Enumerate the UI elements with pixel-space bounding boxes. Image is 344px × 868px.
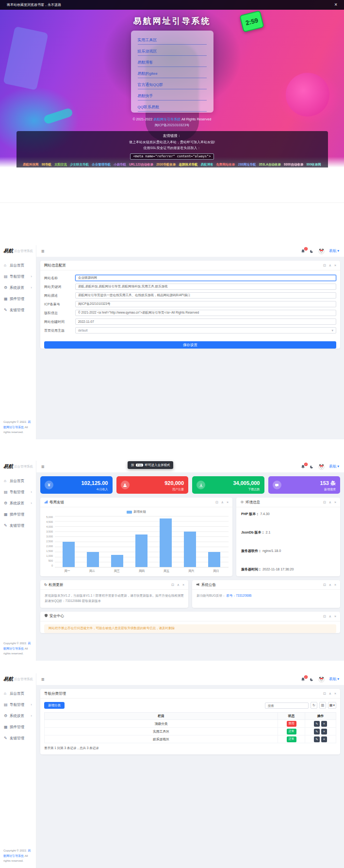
columns-dropdown[interactable]: ▦ ▾ [328, 702, 336, 709]
fullscreen-icon[interactable]: ⊡ [215, 501, 218, 504]
stat-card-downloads[interactable]: 34,005,000 下载总数 [192, 476, 264, 494]
hamburger-icon[interactable]: ≡ [41, 248, 44, 254]
close-icon[interactable]: × [334, 501, 336, 504]
avatar[interactable] [318, 464, 325, 470]
friend-link-tag[interactable]: 9300自动收录 [284, 163, 303, 167]
fullscreen-icon[interactable]: ⊡ [323, 692, 326, 695]
avatar[interactable] [318, 248, 325, 254]
fullscreen-icon[interactable]: ⊡ [171, 583, 174, 586]
fullscreen-icon[interactable]: ⊡ [323, 501, 326, 504]
sidebar-item[interactable]: ▤ 导航管理 › [0, 486, 36, 498]
sidebar-item[interactable]: ▦ 插件管理 [0, 293, 36, 304]
hamburger-icon[interactable]: ≡ [41, 676, 44, 682]
friend-link-tag[interactable]: 2030导航收录 [156, 163, 176, 167]
sidebar-item[interactable]: ✎ 友链管理 [0, 733, 36, 744]
dark-mode-icon[interactable] [310, 465, 314, 469]
sidebar-item[interactable]: ▤ 导航管理 › [0, 699, 36, 710]
friend-link-tag[interactable]: 易航科技网 [23, 163, 39, 167]
dark-mode-icon[interactable] [310, 249, 314, 253]
friend-link-tag[interactable]: 999收录网 [306, 163, 321, 167]
create-date-input[interactable] [75, 318, 336, 325]
table-row[interactable]: 顶级分类 禁用 ✎ × [45, 720, 336, 728]
friend-link-tag[interactable]: 少女映主导航 [70, 163, 89, 167]
edit-button[interactable]: ✎ [314, 736, 320, 742]
bell-icon[interactable]: 1 [301, 677, 305, 682]
chart-bar[interactable] [87, 552, 99, 567]
theme-select[interactable]: default ▾ [75, 327, 336, 334]
friend-link-tag[interactable]: 353LA自动收录 [259, 163, 281, 167]
bell-icon[interactable]: 1 [301, 465, 305, 469]
sidebar-item[interactable]: ✎ 友链管理 [0, 520, 36, 531]
friend-link-tag[interactable]: 易航博客 [201, 163, 213, 167]
chart-bar[interactable] [160, 518, 172, 567]
close-icon[interactable]: × [334, 264, 336, 267]
add-category-button[interactable]: 新增分类 [44, 702, 65, 709]
site-keywords-input[interactable] [75, 284, 336, 290]
friend-link-tag[interactable]: 企业管理导航 [92, 163, 111, 167]
fullscreen-icon[interactable]: ⊡ [323, 264, 326, 267]
stat-card-requests[interactable]: 153 条 新增需求 [268, 476, 341, 494]
collapse-icon[interactable]: ∧ [329, 692, 331, 695]
close-icon[interactable]: × [334, 615, 336, 618]
column-header[interactable]: 操作 [305, 713, 336, 720]
hero-menu-item[interactable]: QQ联系易航 [138, 100, 207, 112]
friend-link-tag[interactable]: 老牌技术导航 [179, 163, 198, 167]
sidebar-item[interactable]: ⚙ 系统设置 › [0, 710, 36, 721]
collapse-icon[interactable]: ∧ [329, 264, 331, 267]
bell-icon[interactable]: 1 [301, 249, 305, 253]
close-icon[interactable]: × [334, 2, 337, 7]
chart-bar[interactable] [184, 532, 196, 567]
hero-menu-item[interactable]: 易航博客 [138, 56, 207, 67]
hero-menu-item[interactable]: 实用工具区 [138, 33, 207, 45]
hero-menu-item[interactable]: 官方通知QQ群 [138, 78, 207, 89]
announcement-qq[interactable]: 群号：733120686 [226, 594, 251, 597]
table-row[interactable]: 娱乐游戏区 正常 ✎ × [45, 735, 336, 743]
icp-number[interactable]: 闽ICP备2021010323号 [0, 123, 344, 128]
avatar[interactable] [318, 676, 325, 683]
save-settings-button[interactable]: 保存设置 [44, 341, 336, 349]
column-header[interactable]: 状态 [278, 713, 305, 720]
user-menu[interactable]: 易航 ▾ [329, 249, 339, 253]
collapse-icon[interactable]: ∧ [221, 501, 224, 504]
delete-button[interactable]: × [321, 736, 327, 742]
delete-button[interactable]: × [321, 729, 327, 734]
sidebar-item[interactable]: ▤ 导航管理 › [0, 271, 36, 282]
close-icon[interactable]: × [334, 692, 336, 695]
search-input[interactable] [265, 702, 309, 709]
edit-button[interactable]: ✎ [314, 729, 320, 734]
sidebar-item[interactable]: ⌂ 后台首页 [0, 475, 36, 486]
site-name-input[interactable] [75, 275, 336, 281]
dark-mode-icon[interactable] [310, 677, 314, 682]
hero-menu-item[interactable]: 娱乐游戏区 [138, 45, 207, 56]
copyright-input[interactable] [75, 310, 336, 316]
collapse-icon[interactable]: ∧ [329, 583, 331, 586]
hamburger-icon[interactable]: ≡ [41, 464, 44, 469]
stat-card-users[interactable]: 920,000 用户注册 [116, 476, 189, 494]
copyright-link[interactable]: 易航网址引导系统 [153, 117, 180, 121]
user-menu[interactable]: 易航 ▾ [329, 677, 339, 682]
friend-link-tag[interactable]: 免费网站收录 [216, 163, 235, 167]
sidebar-item[interactable]: ⚙ 系统设置 › [0, 498, 36, 509]
friend-link-tag[interactable]: 太阳交流 [54, 163, 67, 167]
sidebar-item[interactable]: ⌂ 后台首页 [0, 688, 36, 699]
friend-link-tag[interactable]: URL123自动收录 [129, 163, 153, 167]
chart-legend[interactable]: 新增友链 [44, 510, 229, 514]
chart-bar[interactable] [208, 552, 220, 567]
column-header[interactable]: 栏目 [45, 713, 278, 720]
toggle-view-icon[interactable]: ▥ [319, 702, 326, 709]
delete-button[interactable]: × [321, 721, 327, 727]
sidebar-item[interactable]: ▦ 插件管理 [0, 721, 36, 733]
close-icon[interactable]: × [334, 583, 336, 586]
user-menu[interactable]: 易航 ▾ [329, 464, 339, 469]
sidebar-item[interactable]: ⌂ 后台首页 [0, 260, 36, 271]
hero-menu-item[interactable]: 易航快手 [138, 89, 207, 100]
refresh-icon[interactable]: ↻ [311, 702, 317, 709]
sidebar-item[interactable]: ⚙ 系统设置 › [0, 282, 36, 293]
icp-input[interactable] [75, 301, 336, 307]
friend-link-tag[interactable]: 小袋导航 [114, 163, 126, 167]
friend-link-tag[interactable]: 98导航 [42, 163, 51, 167]
close-icon[interactable]: × [227, 501, 229, 504]
sidebar-item[interactable]: ▦ 插件管理 [0, 509, 36, 520]
chart-bar[interactable] [63, 542, 75, 567]
table-row[interactable]: 实用工具区 正常 ✎ × [45, 728, 336, 735]
